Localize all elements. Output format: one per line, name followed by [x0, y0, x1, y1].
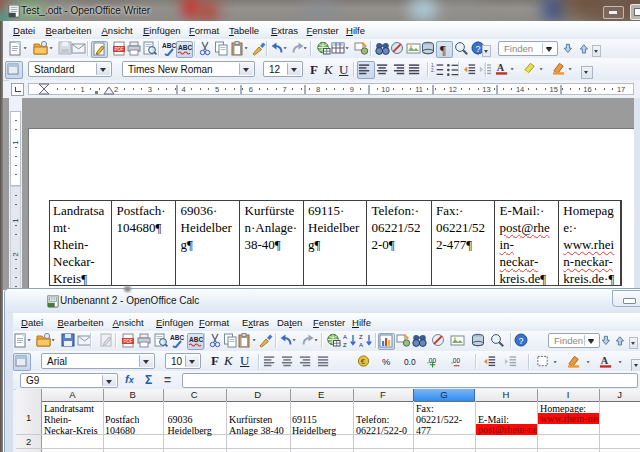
svg-text:A: A	[601, 355, 609, 366]
svg-text:A: A	[343, 334, 347, 340]
svg-text:?: ?	[519, 336, 524, 346]
svg-text:2.: 2.	[431, 68, 435, 73]
svg-text:A: A	[497, 62, 505, 73]
svg-text:,00: ,00	[451, 357, 460, 364]
svg-text:ABC: ABC	[178, 44, 192, 51]
svg-text:%: %	[382, 357, 390, 367]
svg-text:A: A	[359, 342, 363, 348]
svg-text:¶: ¶	[440, 42, 446, 57]
svg-text:Z: Z	[359, 334, 363, 340]
svg-text:ABC: ABC	[189, 336, 203, 343]
svg-text:?: ?	[476, 44, 481, 54]
svg-text:PDF: PDF	[123, 339, 132, 344]
svg-text:ABC: ABC	[170, 334, 184, 341]
svg-text:,00: ,00	[427, 357, 436, 364]
svg-text:PDF: PDF	[114, 47, 123, 52]
svg-text:ABC: ABC	[162, 42, 176, 49]
svg-text:Z: Z	[343, 342, 347, 348]
svg-text:0.0: 0.0	[404, 357, 416, 367]
